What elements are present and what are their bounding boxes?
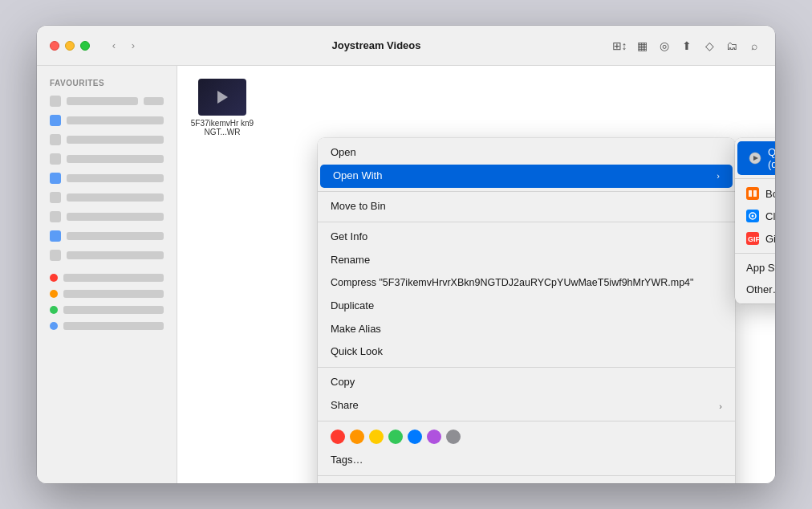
file-name-label: 5F37ikemvHr kn9NGT...WR	[190, 119, 254, 136]
context-menu: Open Open With › Move to Bin Get Info Re…	[318, 138, 735, 483]
sidebar: Favourites	[37, 66, 177, 483]
search-icon[interactable]: ⌕	[746, 38, 762, 54]
tag-red[interactable]	[331, 430, 345, 444]
list-item[interactable]	[43, 169, 170, 187]
books-icon	[746, 187, 759, 200]
content-area: Favourites	[37, 66, 775, 483]
tag-orange[interactable]	[350, 430, 364, 444]
chevron-right-icon: ›	[717, 170, 720, 181]
chevron-right-icon: ›	[719, 401, 722, 412]
list-item[interactable]	[43, 227, 170, 245]
menu-item-get-info[interactable]: Get Info	[318, 226, 735, 249]
svg-point-7	[752, 215, 754, 218]
menu-item-quick-look[interactable]: Quick Look	[318, 340, 735, 364]
submenu-item-books[interactable]: Books	[735, 182, 775, 205]
list-item[interactable]	[43, 271, 170, 285]
menu-item-move-to-bin[interactable]: Move to Bin	[318, 195, 735, 218]
svg-rect-4	[753, 190, 757, 197]
file-icon	[198, 79, 246, 116]
list-item[interactable]	[43, 112, 170, 129]
submenu-item-app-store[interactable]: App Store…	[735, 257, 775, 279]
file-area: 5F37ikemvHr kn9NGT...WR Open Open With ›…	[177, 66, 775, 483]
tags-color-row	[318, 425, 735, 449]
nav-buttons: ‹ ›	[106, 38, 141, 54]
svg-rect-3	[749, 190, 752, 197]
list-item[interactable]	[43, 208, 170, 226]
minimize-button[interactable]	[65, 41, 75, 51]
menu-item-share[interactable]: Share ›	[318, 394, 735, 417]
sidebar-favourites-label: Favourites	[43, 75, 170, 91]
list-item[interactable]	[43, 189, 170, 206]
menu-separator	[318, 191, 735, 192]
tag-purple[interactable]	[427, 430, 441, 444]
list-item[interactable]	[43, 319, 170, 333]
finder-window: ‹ › Joystream Videos ⊞↕ ▦ ◎ ⬆ ◇ 🗂 ⌕ Favo…	[37, 26, 775, 483]
menu-item-copy[interactable]: Copy	[318, 371, 735, 394]
list-item[interactable]	[43, 246, 170, 264]
file-icon-inner	[198, 79, 246, 116]
submenu-separator	[735, 253, 775, 254]
view-toggle-icon[interactable]: ⊞↕	[611, 38, 627, 54]
submenu-item-cleanshot[interactable]: CleanShot X	[735, 205, 775, 227]
tag-gray[interactable]	[446, 430, 461, 444]
submenu-item-other[interactable]: Other…	[735, 279, 775, 300]
menu-item-open[interactable]: Open	[318, 141, 735, 165]
quicktime-icon	[749, 152, 761, 165]
menu-separator	[318, 475, 735, 476]
traffic-lights	[50, 41, 90, 51]
group-icon[interactable]: ▦	[634, 38, 650, 54]
list-item[interactable]	[43, 303, 170, 317]
badge-icon[interactable]: ◎	[656, 38, 672, 54]
submenu-separator	[735, 178, 775, 179]
submenu-item-quicktime[interactable]: QuickTime Player (default)	[737, 141, 775, 175]
tag-yellow[interactable]	[369, 430, 384, 444]
menu-separator	[318, 367, 735, 368]
play-icon	[217, 91, 228, 104]
list-item[interactable]	[43, 287, 170, 301]
svg-rect-2	[746, 187, 759, 200]
list-item[interactable]	[43, 150, 170, 168]
titlebar-controls: ⊞↕ ▦ ◎ ⬆ ◇ 🗂 ⌕	[611, 38, 762, 54]
menu-separator	[318, 222, 735, 222]
close-button[interactable]	[50, 41, 59, 51]
svg-text:GIF: GIF	[748, 235, 759, 243]
tag-blue[interactable]	[408, 430, 422, 444]
titlebar: ‹ › Joystream Videos ⊞↕ ▦ ◎ ⬆ ◇ 🗂 ⌕	[37, 26, 775, 66]
list-item[interactable]	[43, 92, 170, 110]
menu-item-tags[interactable]: Tags…	[318, 449, 735, 472]
menu-separator	[318, 421, 735, 421]
menu-item-rename[interactable]: Rename	[318, 249, 735, 272]
back-button[interactable]: ‹	[106, 38, 122, 54]
open-with-submenu: QuickTime Player (default) Books	[735, 138, 775, 303]
menu-item-duplicate[interactable]: Duplicate	[318, 295, 735, 318]
menu-item-compress[interactable]: Compress "5F37ikemvHrvrXBkn9NGTDJ2auRYCp…	[318, 271, 735, 294]
cleanshot-icon	[746, 210, 759, 222]
gifski-icon: GIF	[746, 232, 759, 245]
folder-icon[interactable]: 🗂	[724, 38, 740, 54]
submenu-item-gifski[interactable]: GIF Gifski	[735, 227, 775, 250]
window-title: Joystream Videos	[151, 39, 602, 51]
file-thumbnail[interactable]: 5F37ikemvHr kn9NGT...WR	[190, 79, 254, 136]
maximize-button[interactable]	[80, 41, 90, 51]
tag-icon[interactable]: ◇	[701, 38, 717, 54]
forward-button[interactable]: ›	[125, 38, 141, 54]
menu-item-show-preview[interactable]: Show Preview Options	[318, 479, 735, 483]
menu-item-make-alias[interactable]: Make Alias	[318, 318, 735, 341]
share-icon[interactable]: ⬆	[679, 38, 695, 54]
list-item[interactable]	[43, 131, 170, 149]
tag-green[interactable]	[388, 430, 403, 444]
menu-item-open-with[interactable]: Open With ›	[320, 165, 733, 188]
